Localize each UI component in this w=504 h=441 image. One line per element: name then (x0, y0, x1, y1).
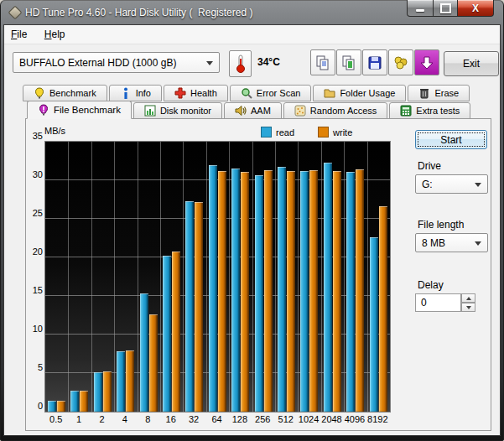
tab-info[interactable]: Info (109, 85, 162, 101)
legend-read-label: read (276, 127, 294, 137)
bar-write-128 (241, 172, 249, 412)
tab-error-scan[interactable]: Error Scan (230, 85, 312, 101)
exit-button[interactable]: Exit (444, 51, 499, 76)
gridline-v (321, 142, 322, 412)
bar-read-1 (70, 391, 79, 412)
menu-bar: File Help (4, 25, 500, 44)
bar-read-256 (255, 175, 263, 412)
app-icon (8, 6, 23, 20)
bar-read-1024 (300, 171, 309, 412)
tab-health[interactable]: Health (164, 85, 228, 101)
update-button[interactable] (414, 49, 439, 75)
temperature-button[interactable] (229, 50, 252, 77)
bar-write-1 (80, 391, 88, 412)
tab-disk-monitor[interactable]: Disk monitor (133, 102, 222, 119)
x-tick-label: 16 (166, 414, 176, 424)
title-bar[interactable]: HD Tune Pro 4.60 - Hard Disk Utility ( R… (0, 0, 504, 24)
bar-write-32 (195, 202, 203, 412)
y-axis: 05101520253035 (26, 136, 43, 416)
x-tick-label: 8192 (367, 414, 387, 424)
spinner-up-button[interactable] (461, 293, 475, 303)
drive-dropdown[interactable]: G: (415, 174, 488, 194)
x-tick-label: 4 (122, 414, 127, 424)
y-tick-label: 15 (26, 285, 43, 295)
gridline-v (344, 142, 345, 412)
file-length-dropdown-value: 8 MB (422, 237, 445, 249)
erase-icon (418, 87, 430, 99)
tab-aam[interactable]: AAM (224, 102, 282, 119)
gridline-v (183, 142, 184, 412)
tab-file-benchmark[interactable]: File Benchmark (27, 101, 132, 119)
y-tick-label: 5 (26, 362, 43, 372)
tab-erase[interactable]: Erase (408, 85, 470, 101)
close-button[interactable]: X (457, 0, 494, 17)
drive-label: Drive (418, 160, 441, 172)
minimize-button[interactable] (407, 0, 434, 17)
bar-read-128 (231, 169, 240, 412)
x-tick-label: 2048 (321, 414, 341, 424)
plot-area (44, 141, 391, 412)
y-tick-label: 10 (26, 324, 43, 334)
tab-benchmark[interactable]: Benchmark (23, 85, 107, 101)
chevron-down-icon (206, 61, 213, 65)
tab-label: Benchmark (49, 88, 96, 98)
disk-monitor-icon (144, 105, 156, 117)
tab-label: File Benchmark (54, 105, 121, 115)
bar-write-2048 (333, 171, 341, 412)
x-tick-label: 2 (99, 414, 104, 424)
bar-read-2 (94, 372, 102, 412)
y-tick-label: 25 (26, 208, 43, 218)
bar-write-4096 (356, 169, 364, 412)
x-tick-label: 8 (145, 414, 150, 424)
y-tick-label: 20 (26, 246, 43, 257)
tab-label: AAM (251, 106, 271, 116)
bar-write-64 (218, 171, 226, 412)
chart-legend: read write (261, 127, 352, 137)
spinner-down-button[interactable] (461, 303, 475, 312)
random-access-icon (294, 105, 306, 117)
x-tick-label: 128 (232, 414, 247, 424)
tab-label: Disk monitor (160, 106, 211, 116)
options-button[interactable] (388, 49, 413, 75)
delay-spinner (461, 293, 475, 312)
file-length-dropdown[interactable]: 8 MB (415, 233, 488, 252)
download-arrow-icon (419, 55, 434, 70)
legend-write-label: write (333, 127, 352, 137)
toolbar: BUFFALO External HDD (1000 gB) 34°C (4, 44, 500, 83)
drive-select[interactable]: BUFFALO External HDD (1000 gB) (13, 52, 220, 73)
tab-label: Extra tests (416, 106, 460, 116)
y-tick-label: 35 (26, 131, 43, 141)
delay-input[interactable]: 0 (415, 293, 461, 312)
copy-screenshot-button[interactable] (336, 49, 361, 75)
tab-folder-usage[interactable]: Folder Usage (313, 85, 406, 101)
bar-read-32 (185, 201, 194, 412)
file-benchmark-icon (38, 104, 49, 116)
x-tick-label: 32 (189, 414, 199, 424)
x-tick-label: 4096 (345, 414, 365, 424)
start-button[interactable]: Start (415, 130, 487, 149)
chevron-down-icon (466, 306, 471, 309)
maximize-button[interactable] (434, 0, 457, 17)
save-screenshot-button[interactable] (362, 49, 387, 75)
gridline-v (114, 142, 115, 412)
x-tick-label: 1024 (299, 414, 319, 424)
gridline-v (275, 142, 276, 412)
tab-random-access[interactable]: Random Access (283, 102, 387, 119)
menu-file[interactable]: File (4, 25, 34, 43)
bar-write-0.5 (57, 401, 65, 412)
chevron-down-icon (475, 241, 481, 246)
legend-write: write (318, 127, 352, 137)
menu-help[interactable]: Help (38, 25, 72, 43)
save-icon (366, 54, 383, 71)
tab-label: Erase (434, 88, 459, 98)
window-title: HD Tune Pro 4.60 - Hard Disk Utility ( R… (25, 7, 252, 18)
copy-text-button[interactable] (310, 49, 335, 75)
bar-write-16 (172, 252, 180, 412)
bar-write-1024 (309, 170, 318, 412)
bar-read-0.5 (48, 401, 56, 412)
tab-extra-tests[interactable]: Extra tests (389, 102, 470, 119)
bar-read-8192 (370, 237, 378, 412)
bar-write-4 (126, 350, 134, 412)
y-tick-label: 30 (26, 169, 43, 179)
x-tick-label: 64 (211, 414, 221, 424)
